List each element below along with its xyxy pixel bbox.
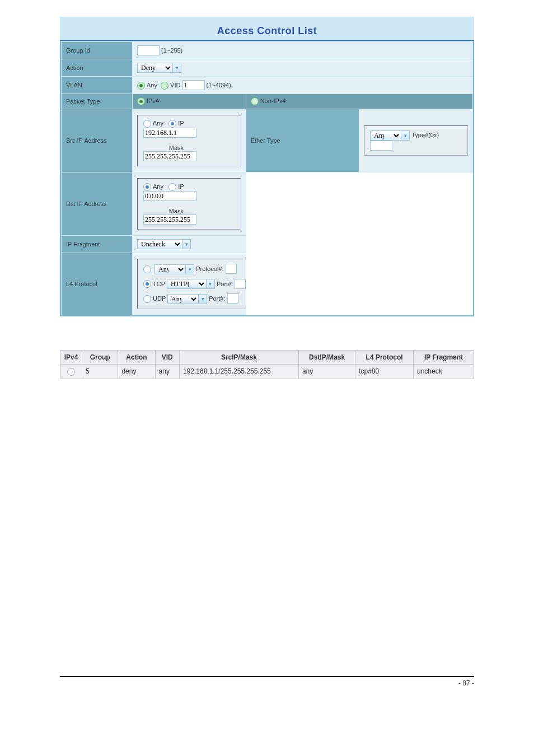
src-ip-label: IP bbox=[178, 120, 184, 127]
src-any-radio[interactable] bbox=[143, 120, 151, 128]
vlan-vid-input[interactable] bbox=[182, 80, 205, 90]
src-mask-input[interactable] bbox=[143, 151, 196, 161]
cell-frag: uncheck bbox=[414, 365, 474, 379]
col-src: SrcIP/Mask bbox=[179, 351, 298, 365]
cell-l4: tcp#80 bbox=[355, 365, 414, 379]
dst-ip-radio[interactable] bbox=[168, 183, 176, 191]
label-group-id: Group Id bbox=[62, 42, 133, 59]
l4-any-protocol-label: Protocol#: bbox=[196, 265, 224, 272]
dst-mask-input[interactable] bbox=[143, 214, 196, 225]
l4-udp-radio[interactable] bbox=[143, 295, 151, 303]
col-ipv4: IPv4 bbox=[60, 351, 82, 365]
cell-vid: any bbox=[155, 365, 179, 379]
acl-form: Group Id (1~255) Action Deny▾ bbox=[61, 41, 473, 315]
col-vid: VID bbox=[155, 351, 179, 365]
dst-any-label: Any bbox=[153, 183, 163, 190]
cell-src: 192.168.1.1/255.255.255.255 bbox=[179, 365, 298, 379]
dst-ip-input[interactable] bbox=[143, 191, 196, 201]
label-src-ip: Src IP Address bbox=[62, 109, 133, 172]
page-footer: - 87 - bbox=[60, 676, 474, 687]
l4-any-select[interactable]: Any▾ bbox=[154, 264, 194, 274]
l4-tcp-radio[interactable] bbox=[143, 280, 151, 288]
ether-type-input[interactable] bbox=[370, 141, 392, 151]
chevron-down-icon: ▾ bbox=[185, 264, 194, 274]
results-table: IPv4 Group Action VID SrcIP/Mask DstIP/M… bbox=[60, 350, 474, 379]
action-select[interactable]: Deny▾ bbox=[137, 63, 181, 73]
label-l4-protocol: L4 Protocol bbox=[62, 253, 133, 315]
src-any-label: Any bbox=[153, 120, 163, 127]
packet-ipv4-radio[interactable] bbox=[137, 97, 145, 105]
l4-tcp-label: TCP bbox=[153, 280, 165, 287]
packet-nonipv4-label: Non-IPv4 bbox=[260, 97, 286, 104]
vlan-range: (1~4094) bbox=[207, 82, 231, 88]
cell-group: 5 bbox=[82, 365, 118, 379]
src-ip-input[interactable] bbox=[143, 128, 196, 138]
dst-any-radio[interactable] bbox=[143, 183, 151, 191]
chevron-down-icon: ▾ bbox=[206, 279, 215, 289]
cell-action: deny bbox=[118, 365, 155, 379]
l4-udp-label: UDP bbox=[153, 295, 166, 302]
label-vlan: VLAN bbox=[62, 77, 133, 94]
src-mask-label: Mask bbox=[169, 144, 184, 151]
chevron-down-icon: ▾ bbox=[198, 294, 207, 304]
cell-dst: any bbox=[298, 365, 355, 379]
l4-tcp-port-input[interactable] bbox=[235, 279, 246, 289]
panel-title: Access Control List bbox=[60, 17, 474, 40]
label-action: Action bbox=[62, 59, 133, 77]
l4-udp-port-label: Port#: bbox=[209, 295, 225, 302]
ether-type-select[interactable]: Any▾ bbox=[370, 130, 410, 141]
packet-ipv4-label: IPv4 bbox=[147, 97, 159, 104]
src-ip-radio[interactable] bbox=[168, 120, 176, 128]
col-action: Action bbox=[118, 351, 155, 365]
acl-panel: Access Control List Group Id (1~255) Act… bbox=[60, 17, 474, 316]
col-group: Group bbox=[82, 351, 118, 365]
vlan-any-radio[interactable] bbox=[137, 82, 145, 90]
label-packet-type: Packet Type bbox=[62, 94, 133, 109]
ip-fragment-select[interactable]: Uncheck▾ bbox=[137, 239, 191, 249]
table-row: 5 deny any 192.168.1.1/255.255.255.255 a… bbox=[60, 365, 474, 379]
label-ip-fragment: IP Fragment bbox=[62, 236, 133, 253]
dst-mask-label: Mask bbox=[169, 208, 184, 214]
ether-type-label: Type#(0x) bbox=[411, 132, 439, 138]
group-id-range: (1~255) bbox=[161, 47, 182, 54]
packet-nonipv4-radio[interactable] bbox=[251, 97, 259, 105]
l4-udp-port-input[interactable] bbox=[227, 293, 238, 304]
vlan-any-label: Any bbox=[147, 82, 157, 88]
l4-any-protocol-input[interactable] bbox=[226, 264, 237, 274]
l4-tcp-port-label: Port#: bbox=[217, 280, 233, 287]
chevron-down-icon: ▾ bbox=[182, 239, 191, 249]
label-ether-type: Ether Type bbox=[246, 109, 359, 172]
l4-udp-select[interactable]: Any▾ bbox=[167, 294, 207, 304]
l4-tcp-select[interactable]: HTTP(80)▾ bbox=[167, 279, 215, 289]
chevron-down-icon: ▾ bbox=[401, 130, 410, 141]
row-radio[interactable] bbox=[67, 368, 75, 376]
col-dst: DstIP/Mask bbox=[298, 351, 355, 365]
vlan-vid-radio[interactable] bbox=[161, 82, 168, 90]
group-id-input[interactable] bbox=[137, 45, 160, 55]
vlan-vid-label: VID bbox=[170, 82, 180, 88]
col-l4: L4 Protocol bbox=[355, 351, 414, 365]
l4-any-radio[interactable] bbox=[143, 265, 151, 273]
dst-ip-label: IP bbox=[178, 183, 184, 190]
col-frag: IP Fragment bbox=[414, 351, 474, 365]
label-dst-ip: Dst IP Address bbox=[62, 172, 133, 236]
chevron-down-icon: ▾ bbox=[172, 63, 181, 73]
